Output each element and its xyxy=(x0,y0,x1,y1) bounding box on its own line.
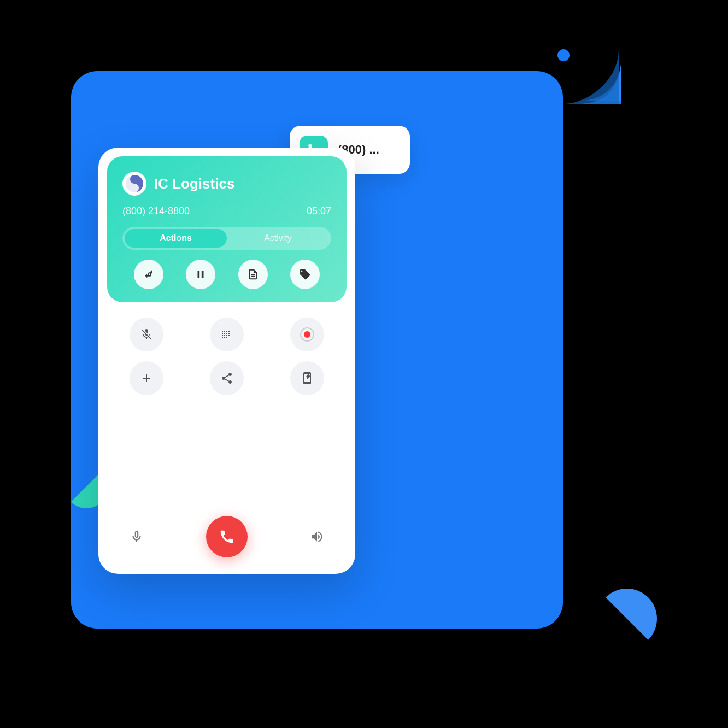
call-timer: 05:07 xyxy=(307,206,331,217)
scene: (800) ... IC Logistics xyxy=(0,0,728,728)
mic-button[interactable] xyxy=(122,522,151,551)
end-call-button[interactable] xyxy=(206,516,248,557)
controls-grid xyxy=(111,318,342,395)
controls-section xyxy=(98,302,355,574)
flip-button[interactable] xyxy=(290,361,324,395)
company-name: IC Logistics xyxy=(154,175,234,192)
svg-point-1 xyxy=(132,177,137,181)
tag-button[interactable] xyxy=(290,260,320,289)
tabs-row: Actions Activity xyxy=(122,227,331,250)
phone-timer-row: (800) 214-8800 05:07 xyxy=(122,206,331,217)
speaker-button[interactable] xyxy=(303,522,331,551)
company-logo xyxy=(122,172,146,196)
accent-blue-right xyxy=(597,589,657,649)
phone-card: IC Logistics (800) 214-8800 05:07 Action… xyxy=(98,148,355,574)
share-button[interactable] xyxy=(210,361,244,395)
record-button[interactable] xyxy=(290,318,324,351)
end-call-row xyxy=(111,510,342,563)
add-button[interactable] xyxy=(130,361,163,395)
tab-actions[interactable]: Actions xyxy=(125,229,227,248)
company-row: IC Logistics xyxy=(122,172,331,196)
accent-teal-fin xyxy=(564,49,619,106)
pause-button[interactable] xyxy=(186,260,215,289)
action-icons-row xyxy=(122,260,331,289)
note-button[interactable] xyxy=(238,260,268,289)
svg-point-2 xyxy=(132,186,137,190)
tab-activity[interactable]: Activity xyxy=(227,229,329,248)
keypad-button[interactable] xyxy=(210,318,244,351)
call-header: IC Logistics (800) 214-8800 05:07 Action… xyxy=(107,156,347,302)
mute-button[interactable] xyxy=(130,318,163,351)
call-phone-number: (800) 214-8800 xyxy=(122,206,190,217)
transfer-button[interactable] xyxy=(134,260,163,289)
